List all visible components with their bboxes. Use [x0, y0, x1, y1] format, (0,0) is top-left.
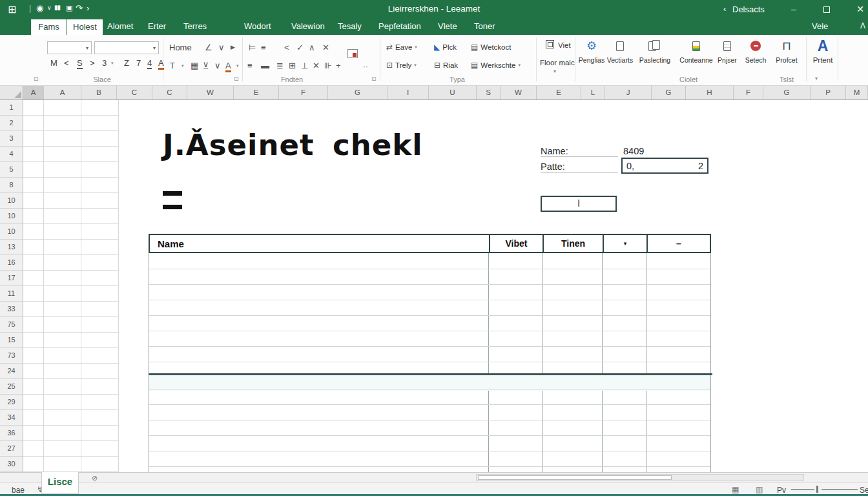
align-icon[interactable]: ∧: [309, 43, 315, 52]
row-header-13[interactable]: 13: [0, 240, 23, 255]
row-header-5[interactable]: 5: [0, 162, 23, 178]
align-icon[interactable]: ⊞: [289, 61, 296, 70]
align-icon[interactable]: ≡: [261, 43, 266, 52]
ribbon-tab-alomet[interactable]: Alomet: [107, 21, 133, 31]
row-header-27[interactable]: 27: [0, 441, 23, 457]
column-header-J[interactable]: J: [605, 86, 652, 99]
view-layout-icon[interactable]: ▥: [756, 485, 763, 494]
row-header-11[interactable]: 11: [0, 286, 23, 302]
zoom-slider-track[interactable]: [822, 489, 858, 490]
column-header-C[interactable]: C: [117, 86, 152, 99]
format-letter-button[interactable]: 4: [147, 58, 152, 69]
riak-button[interactable]: ⊟Riak: [434, 61, 458, 70]
new-sheet-icon[interactable]: ⊘: [92, 474, 98, 482]
trely-button[interactable]: ⊡Trely▾: [386, 61, 417, 70]
align-icon[interactable]: ≡: [247, 61, 253, 70]
format-icon[interactable]: ▾: [236, 63, 239, 68]
ribbon-tab-tesaly[interactable]: Tesaly: [338, 21, 362, 31]
align-icon[interactable]: ✕: [322, 43, 329, 52]
pen-icon[interactable]: ∠: [205, 43, 212, 52]
format-icon[interactable]: ▦: [191, 61, 198, 70]
play-icon[interactable]: ▶: [231, 44, 235, 50]
sheet-tab-lisce[interactable]: Lisce: [41, 472, 79, 494]
horizontal-scrollbar[interactable]: [476, 474, 804, 481]
chevron-down-icon[interactable]: ▾: [86, 45, 88, 51]
column-header-A[interactable]: A: [44, 86, 81, 99]
back-icon[interactable]: ‹: [723, 4, 726, 14]
werkschte-button[interactable]: ▤Werkschte▾: [471, 61, 521, 70]
column-header-W[interactable]: W: [501, 86, 537, 99]
row-header-4[interactable]: 4: [0, 147, 23, 162]
column-header-B[interactable]: B: [81, 86, 117, 99]
column-header-L[interactable]: L: [581, 86, 605, 99]
row-header-33[interactable]: 33: [0, 302, 23, 317]
share-button[interactable]: Vele: [812, 21, 828, 31]
ribbon-tab-vlete[interactable]: Vlete: [438, 21, 457, 31]
ribbon-tab-terres[interactable]: Terres: [183, 21, 207, 31]
zoom-slider-track[interactable]: [791, 489, 814, 490]
column-header-C[interactable]: C: [152, 86, 187, 99]
ribbon-tab-pepfetation[interactable]: Pepfetation: [378, 21, 421, 31]
patte-value-box[interactable]: 0, 2: [621, 158, 708, 174]
dialog-launcher-icon[interactable]: ⊡: [371, 76, 377, 82]
lambda-icon[interactable]: Λ: [860, 21, 865, 30]
chevron-down-icon[interactable]: ▾: [111, 61, 114, 66]
row-header-30[interactable]: 30: [0, 457, 23, 472]
row-header-29[interactable]: 29: [0, 395, 23, 410]
column-header-M[interactable]: M: [846, 86, 868, 99]
column-header-S[interactable]: S: [477, 86, 501, 99]
format-letter-button[interactable]: Z: [124, 58, 129, 68]
row-header-1[interactable]: 1: [0, 100, 23, 116]
row-header-24[interactable]: 24: [0, 364, 23, 379]
row-header-10[interactable]: 10: [0, 209, 23, 224]
zoom-slider-handle[interactable]: [816, 486, 818, 493]
align-icon[interactable]: <: [284, 43, 289, 52]
format-letter-button[interactable]: 7: [136, 58, 141, 68]
floor-maic-button[interactable]: Floor maic: [540, 59, 575, 67]
view-normal-icon[interactable]: ▦: [732, 485, 739, 494]
column-header-W[interactable]: W: [187, 86, 234, 99]
align-icon[interactable]: ✓: [296, 43, 304, 52]
format-letter-button[interactable]: >: [90, 58, 95, 68]
prtent-caret-icon[interactable]: ▾: [811, 76, 822, 81]
wetckoct-button[interactable]: ▤Wetckoct: [471, 43, 511, 52]
row-header-10[interactable]: 10: [0, 193, 23, 209]
row-header-36[interactable]: 36: [0, 426, 23, 441]
dialog-launcher-icon[interactable]: ⊡: [34, 76, 39, 82]
ribbon-tab-wodort[interactable]: Wodort: [244, 21, 271, 31]
row-header-8[interactable]: 8: [0, 178, 23, 193]
format-letter-button[interactable]: 3: [102, 58, 107, 68]
column-header-G[interactable]: G: [652, 86, 686, 99]
format-letter-button[interactable]: S: [77, 58, 83, 69]
column-header-U[interactable]: U: [429, 86, 477, 99]
align-icon[interactable]: ✕: [313, 61, 320, 70]
view-windows-icon[interactable]: [546, 40, 554, 48]
close-button[interactable]: ✕: [849, 2, 868, 16]
grid-cells[interactable]: [81, 100, 119, 472]
column-header-E[interactable]: E: [537, 86, 581, 99]
grid-cells[interactable]: [23, 100, 44, 472]
ribbon-tab-fams[interactable]: Fams: [31, 19, 67, 35]
minimize-button[interactable]: –: [783, 2, 805, 16]
maximize-button[interactable]: [816, 2, 838, 16]
align-icon[interactable]: +: [336, 61, 341, 70]
row-header-73[interactable]: 73: [0, 348, 23, 364]
format-icon[interactable]: A: [225, 61, 231, 72]
paslecting-button[interactable]: Paslecting: [634, 37, 676, 74]
image-insert-icon[interactable]: [347, 49, 358, 58]
row-header-15[interactable]: 15: [0, 333, 23, 348]
home-button[interactable]: Home: [169, 43, 192, 52]
dialog-launcher-icon[interactable]: ⊡: [234, 76, 239, 82]
column-header-E[interactable]: E: [234, 86, 279, 99]
chevron-down-icon[interactable]: ▾: [553, 68, 556, 74]
format-icon[interactable]: ⊻: [203, 61, 209, 70]
viet-button[interactable]: Viet: [558, 41, 571, 49]
column-header-G[interactable]: G: [328, 86, 388, 99]
plck-button[interactable]: ◣Plck: [434, 43, 457, 52]
grid-cells[interactable]: [44, 100, 81, 472]
ellipsis-icon[interactable]: ··: [363, 62, 368, 71]
align-icon[interactable]: ⊪: [324, 61, 331, 70]
column-header-F[interactable]: F: [279, 86, 328, 99]
align-icon[interactable]: ⊥: [301, 61, 308, 70]
scrollbar-thumb[interactable]: [478, 475, 672, 480]
